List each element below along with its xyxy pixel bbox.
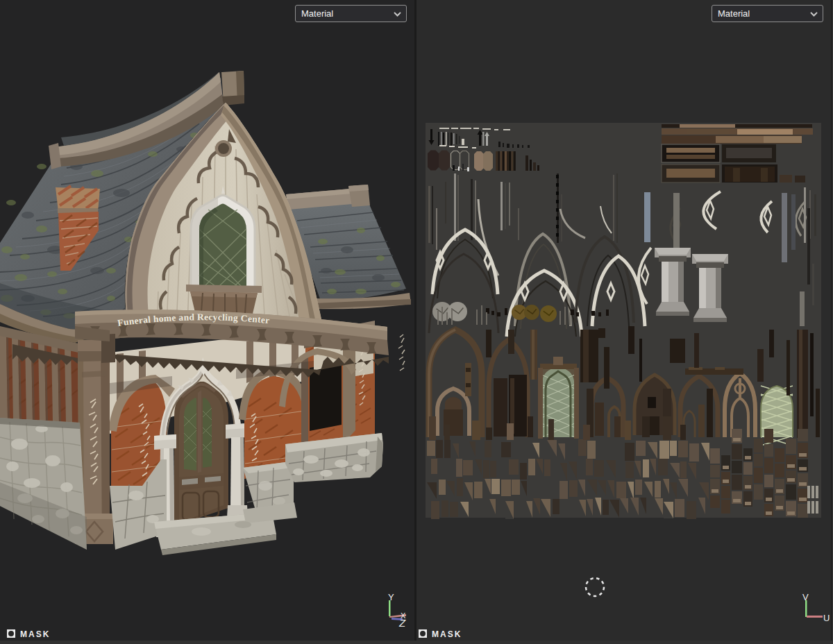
svg-text:Z: Z	[398, 617, 406, 629]
svg-text:U: U	[823, 613, 830, 623]
